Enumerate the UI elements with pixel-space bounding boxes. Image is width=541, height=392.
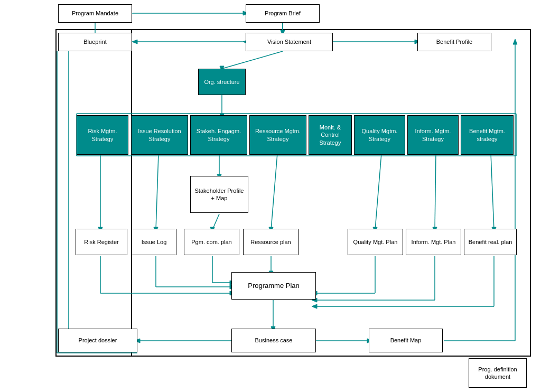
benefit-map-box: Benefit Map (369, 329, 443, 352)
risk-register-box: Risk Register (76, 229, 127, 255)
blueprint-box: Blueprint (58, 33, 132, 51)
stakeholder-profile-box: Stakeholder Profile + Map (190, 176, 248, 213)
pgm-com-plan-box: Pgm. com. plan (184, 229, 239, 255)
stakeh-engagm-box: Stakeh. Engagm. Strategy (190, 115, 247, 155)
risk-mgtm-box: Risk Mgtm. Strategy (77, 115, 128, 155)
programme-plan-box: Programme Plan (231, 272, 316, 300)
benefit-mgtm-box: Benefit Mgtm. strategy (461, 115, 514, 155)
diagram: Program Mandate Program Brief Blueprint … (0, 0, 541, 392)
quality-mgt-plan-box: Quality Mgt. Plan (348, 229, 403, 255)
vision-statement-box: Vision Statement (246, 33, 333, 51)
issue-resolution-box: Issue Resolution Strategy (131, 115, 188, 155)
prog-definition-box: Prog. definition dokument (469, 358, 527, 388)
ressource-mgtm-box: Ressource Mgtm. Strategy (249, 115, 306, 155)
project-dossier-box: Project dossier (58, 329, 137, 352)
issue-log-box: Issue Log (132, 229, 176, 255)
ressource-plan-box: Ressource plan (243, 229, 299, 255)
inform-mgtm-box: Inform. Mgtm. Strategy (407, 115, 459, 155)
benefit-profile-box: Benefit Profile (417, 33, 491, 51)
inform-mgt-plan-box: Inform. Mgt. Plan (406, 229, 461, 255)
org-structure-box: Org. structure (198, 69, 246, 95)
program-mandate-box: Program Mandate (58, 4, 132, 23)
quality-mgtm-box: Quality Mgtm. Strategy (354, 115, 405, 155)
outer-border-left (55, 29, 132, 357)
benefit-real-plan-box: Benefit real. plan (464, 229, 517, 255)
monit-control-box: Monit. & Control Strategy (309, 115, 352, 155)
program-brief-box: Program Brief (246, 4, 320, 23)
business-case-box: Business case (231, 329, 316, 352)
